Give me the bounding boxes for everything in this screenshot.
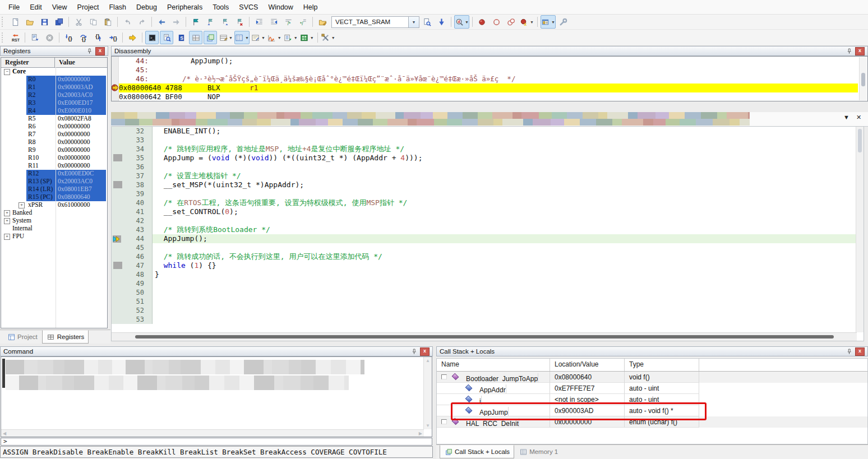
step-over-button[interactable]: {}: [77, 31, 90, 44]
paste-button[interactable]: [101, 15, 114, 29]
dropdown-arrow-icon[interactable]: ▼: [551, 20, 555, 24]
source-code[interactable]: /* 跳转到系统BootLoader */: [153, 225, 864, 234]
editor-line-37[interactable]: 37 /* 设置主堆栈指针 */: [112, 171, 864, 180]
disassembly-line[interactable]: 0x08000642 BF00 NOP: [119, 92, 867, 101]
breakpoint-gutter[interactable]: [112, 136, 125, 145]
disassembly-line[interactable]: 45:: [119, 66, 867, 75]
register-row-r2[interactable]: R20x20003AC0: [1, 91, 107, 99]
breakpoint-gutter[interactable]: [112, 288, 125, 297]
editor-line-45[interactable]: 45: [112, 243, 864, 252]
previous-bookmark-button[interactable]: [204, 15, 217, 29]
editor-line-52[interactable]: 52: [112, 306, 864, 315]
editor-line-43[interactable]: 43 /* 跳转到系统BootLoader */: [112, 225, 864, 234]
cut-button[interactable]: [72, 15, 85, 29]
disassembly-line[interactable]: 44: AppJump();: [119, 57, 867, 66]
source-code[interactable]: __set_CONTROL(0);: [153, 207, 864, 216]
step-out-button[interactable]: {}: [91, 31, 105, 44]
breakpoint-gutter[interactable]: [112, 189, 125, 198]
dropdown-arrow-icon[interactable]: ▼: [294, 36, 298, 40]
show-next-statement-button[interactable]: [28, 31, 41, 44]
register-row-internal[interactable]: Internal: [1, 225, 107, 233]
comment-selection-button[interactable]: /*: [281, 15, 295, 29]
find-in-files-button[interactable]: [420, 15, 433, 29]
source-code[interactable]: /* 跳转到应用程序, 首地址是MSP, 地址+4是复位中断服务程序地址 */: [153, 145, 864, 154]
memory-window-button[interactable]: ▼: [234, 31, 250, 44]
tree-expander-icon[interactable]: +: [4, 210, 10, 216]
callstack-row-bootloader-jumptoapp[interactable]: −Bootloader_JumpToApp0x08000640void f(): [437, 372, 867, 383]
editor-line-51[interactable]: 51: [112, 297, 864, 306]
reset-cpu-button[interactable]: RST: [8, 31, 22, 44]
register-row-r8[interactable]: R80x00000000: [1, 138, 107, 146]
editor-line-44[interactable]: 44 AppJump();: [112, 234, 864, 243]
editor-line-35[interactable]: 35 AppJump = (void (*)(void)) (*((uint32…: [112, 154, 864, 163]
editor-line-39[interactable]: 39: [112, 189, 864, 198]
command-output[interactable]: ▲▼ ◀▶: [1, 356, 432, 437]
command-horizontal-scrollbar[interactable]: ◀▶: [1, 429, 424, 437]
dropdown-arrow-icon[interactable]: ▼: [229, 36, 233, 40]
editor-line-41[interactable]: 41 __set_CONTROL(0);: [112, 207, 864, 216]
dropdown-arrow-icon[interactable]: ▼: [530, 20, 534, 24]
dropdown-arrow-icon[interactable]: ▼: [245, 36, 249, 40]
register-row-r5[interactable]: R50x08002FA8: [1, 115, 107, 123]
run-to-cursor-button[interactable]: {}: [106, 31, 119, 44]
dropdown-arrow-icon[interactable]: ▼: [278, 36, 281, 40]
serial-window-button[interactable]: ▼: [251, 31, 266, 44]
breakpoint-gutter[interactable]: [112, 198, 125, 207]
source-code[interactable]: while (1) {}: [153, 261, 864, 270]
save-button[interactable]: [38, 15, 51, 29]
source-code[interactable]: __set_MSP(*(uint32_t *)AppAddr);: [153, 180, 864, 189]
source-code[interactable]: [153, 163, 864, 171]
editor-line-32[interactable]: 32 ENABLE_INT();: [112, 127, 864, 136]
editor-line-38[interactable]: 38 __set_MSP(*(uint32_t *)AppAddr);: [112, 180, 864, 189]
menu-edit[interactable]: Edit: [25, 1, 47, 13]
register-row-core[interactable]: −Core: [1, 68, 107, 76]
menu-project[interactable]: Project: [72, 1, 104, 13]
register-row-r1[interactable]: R10x900003AD: [1, 84, 107, 91]
source-code[interactable]: [153, 189, 864, 198]
source-code[interactable]: AppJump = (void (*)(void)) (*((uint32_t …: [153, 154, 864, 163]
source-code[interactable]: [153, 216, 864, 225]
breakpoint-gutter[interactable]: [112, 297, 125, 306]
disable-all-breakpoints-button[interactable]: [505, 15, 518, 29]
target-select[interactable]: VECT_TAB_SRAM: [331, 16, 409, 28]
menu-window[interactable]: Window: [263, 1, 298, 13]
editor-line-40[interactable]: 40 /* 在RTOS工程, 这条语句很重要, 设置为特权级模式, 使用MSP指…: [112, 198, 864, 207]
tab-call-stack-locals[interactable]: Call Stack + Locals: [440, 445, 514, 458]
registers-tree[interactable]: Register Value −CoreR00x00000000R10x9000…: [1, 57, 108, 328]
close-icon[interactable]: x: [855, 47, 865, 55]
uncomment-selection-button[interactable]: */: [296, 15, 310, 29]
source-code[interactable]: [153, 306, 864, 315]
command-vertical-scrollbar[interactable]: ▲▼: [423, 357, 432, 429]
undo-button[interactable]: [121, 15, 134, 29]
toggle-bookmark-button[interactable]: [189, 15, 202, 29]
tree-expander-icon[interactable]: −: [441, 374, 447, 379]
menu-tools[interactable]: Tools: [207, 1, 234, 13]
register-row-r3[interactable]: R30xE000ED17: [1, 99, 107, 107]
breakpoint-gutter[interactable]: [112, 279, 125, 288]
system-viewer-button[interactable]: ▼: [299, 31, 315, 44]
navigate-forward-button[interactable]: [169, 15, 183, 29]
command-buttons-bar[interactable]: ASSIGN BreakDisable BreakEnable BreakKil…: [0, 446, 433, 458]
register-row-r9[interactable]: R90x00000000: [1, 146, 107, 154]
register-row-r0[interactable]: R00x00000000: [1, 76, 107, 84]
register-row-r10[interactable]: R100x00000000: [1, 154, 107, 162]
close-icon[interactable]: x: [95, 47, 105, 55]
tree-expander-icon[interactable]: +: [4, 234, 10, 240]
next-bookmark-button[interactable]: [218, 15, 232, 29]
source-code[interactable]: [153, 243, 864, 252]
register-row-r11[interactable]: R110x00000000: [1, 162, 107, 170]
editor-line-34[interactable]: 34 /* 跳转到应用程序, 首地址是MSP, 地址+4是复位中断服务程序地址 …: [112, 145, 864, 154]
tab-registers[interactable]: Registers: [42, 330, 89, 344]
tab-project[interactable]: Project: [2, 330, 42, 344]
watch-window-button[interactable]: ▼: [218, 31, 233, 44]
new-file-button[interactable]: [8, 15, 22, 29]
configure-tools-button[interactable]: [557, 15, 570, 29]
source-code[interactable]: }: [153, 270, 864, 279]
call-stack-window-button[interactable]: [204, 31, 217, 44]
configure-target-button[interactable]: [316, 15, 329, 29]
breakpoint-gutter[interactable]: [112, 171, 125, 180]
breakpoint-gutter[interactable]: [112, 270, 125, 279]
source-code[interactable]: [153, 315, 864, 324]
breakpoint-gutter[interactable]: [112, 145, 125, 154]
menu-flash[interactable]: Flash: [104, 1, 131, 13]
